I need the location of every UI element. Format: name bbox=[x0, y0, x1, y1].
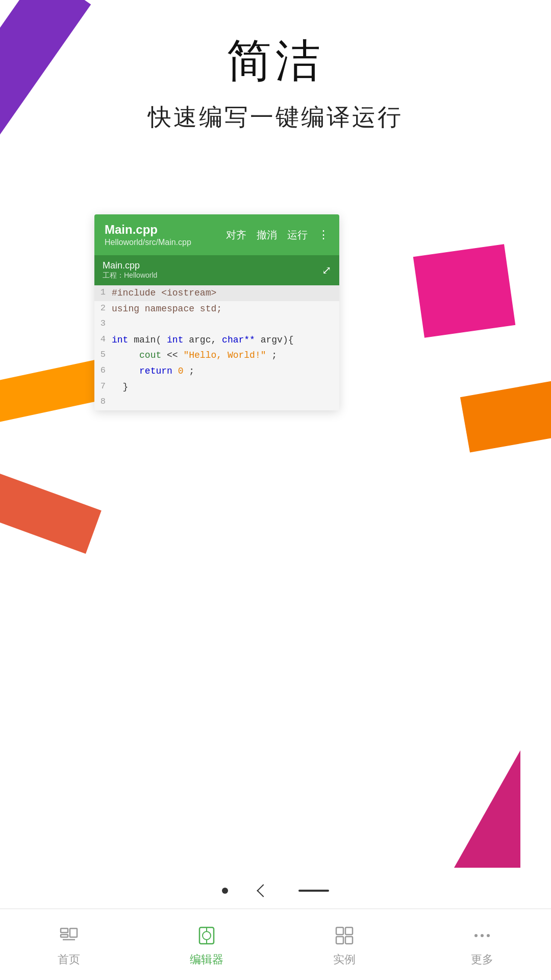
editor-card: Main.cpp Helloworld/src/Main.cpp 对齐 撤消 运… bbox=[94, 214, 339, 410]
system-back[interactable] bbox=[257, 884, 269, 897]
nav-item-examples[interactable]: 实例 bbox=[276, 922, 413, 967]
code-line-7: 7 } bbox=[94, 379, 339, 395]
expand-icon[interactable]: ⤢ bbox=[322, 264, 331, 277]
svg-rect-9 bbox=[345, 927, 353, 935]
code-line-8: 8 bbox=[94, 395, 339, 410]
editor-tab-bar: Main.cpp 工程：Helloworld ⤢ bbox=[94, 255, 339, 285]
decoration-orange-right bbox=[460, 379, 551, 452]
editor-title-block: Main.cpp Helloworld/src/Main.cpp bbox=[105, 223, 226, 247]
editor-toolbar: Main.cpp Helloworld/src/Main.cpp 对齐 撤消 运… bbox=[94, 214, 339, 255]
system-dot bbox=[222, 888, 228, 894]
svg-rect-0 bbox=[61, 928, 68, 933]
code-line-6: 6 return 0 ; bbox=[94, 363, 339, 379]
nav-label-examples: 实例 bbox=[333, 952, 356, 967]
nav-item-editor[interactable]: 编辑器 bbox=[138, 922, 276, 967]
code-line-3: 3 bbox=[94, 316, 339, 332]
code-area[interactable]: 1 #include <iostream> 2 using namespace … bbox=[94, 285, 339, 410]
home-icon bbox=[56, 922, 82, 949]
code-line-2: 2 using namespace std; bbox=[94, 301, 339, 317]
decoration-red-rect bbox=[0, 472, 102, 554]
editor-filepath: Helloworld/src/Main.cpp bbox=[105, 238, 226, 247]
svg-rect-11 bbox=[345, 937, 353, 944]
tab-info: Main.cpp 工程：Helloworld bbox=[103, 260, 157, 280]
code-line-5: 5 cout << "Hello, World!" ; bbox=[94, 348, 339, 363]
svg-rect-10 bbox=[336, 937, 343, 944]
nav-label-editor: 编辑器 bbox=[190, 952, 223, 967]
editor-filename: Main.cpp bbox=[105, 223, 226, 237]
svg-rect-1 bbox=[61, 935, 68, 937]
system-bar bbox=[0, 878, 551, 903]
editor-nav-icon bbox=[193, 922, 220, 949]
nav-label-more: 更多 bbox=[471, 952, 493, 967]
svg-point-13 bbox=[481, 934, 484, 937]
more-icon bbox=[469, 922, 495, 949]
more-options-icon[interactable]: ⋮ bbox=[318, 228, 329, 241]
svg-rect-8 bbox=[336, 927, 343, 935]
nav-item-home[interactable]: 首页 bbox=[0, 922, 138, 967]
main-title: 简洁 bbox=[0, 31, 551, 91]
decoration-magenta-triangle bbox=[454, 750, 520, 868]
run-button[interactable]: 运行 bbox=[287, 228, 308, 242]
nav-item-more[interactable]: 更多 bbox=[413, 922, 551, 967]
nav-label-home: 首页 bbox=[58, 952, 80, 967]
tab-filename: Main.cpp bbox=[103, 260, 157, 271]
svg-point-5 bbox=[203, 932, 211, 940]
examples-icon bbox=[331, 922, 358, 949]
toolbar-actions: 对齐 撤消 运行 ⋮ bbox=[226, 228, 329, 242]
tab-project: 工程：Helloworld bbox=[103, 271, 157, 280]
code-line-4: 4 int main( int argc, char** argv){ bbox=[94, 332, 339, 348]
svg-point-14 bbox=[487, 934, 490, 937]
bottom-nav: 首页 编辑器 实例 bbox=[0, 909, 551, 980]
system-home[interactable] bbox=[298, 890, 329, 892]
decoration-pink-rect bbox=[413, 244, 516, 337]
header: 简洁 快速编写一键编译运行 bbox=[0, 31, 551, 133]
code-line-1: 1 #include <iostream> bbox=[94, 285, 339, 301]
svg-point-12 bbox=[474, 934, 478, 937]
align-button[interactable]: 对齐 bbox=[226, 228, 246, 242]
undo-button[interactable]: 撤消 bbox=[257, 228, 277, 242]
sub-title: 快速编写一键编译运行 bbox=[0, 102, 551, 133]
svg-rect-2 bbox=[70, 928, 77, 937]
